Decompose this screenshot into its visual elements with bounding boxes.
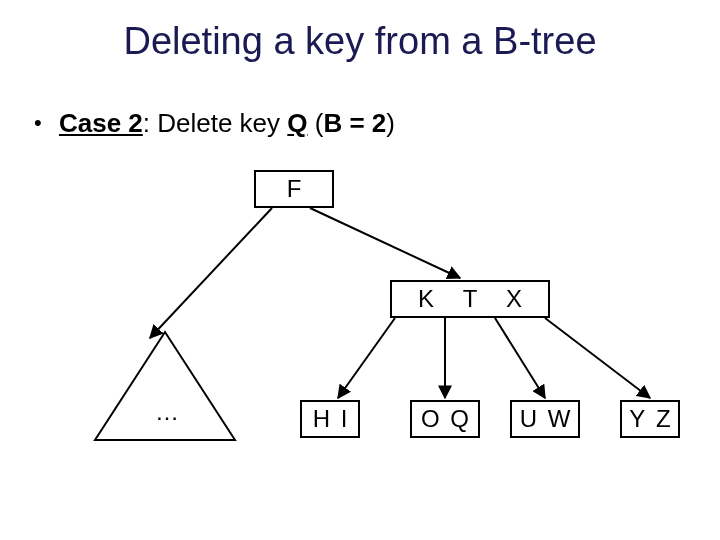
node-root: F bbox=[254, 170, 334, 208]
edge-root-ktx bbox=[310, 208, 460, 278]
leaf-hi: H I bbox=[300, 400, 360, 438]
btree-diagram: F K T X … H I O Q U W Y Z bbox=[0, 0, 720, 540]
left-subtree-ellipsis: … bbox=[155, 398, 179, 426]
key-Y: Y bbox=[627, 402, 647, 436]
edge-ktx-yz bbox=[545, 318, 650, 398]
key-Z: Z bbox=[654, 402, 673, 436]
key-Q: Q bbox=[448, 402, 471, 436]
key-W: W bbox=[546, 402, 573, 436]
leaf-yz: Y Z bbox=[620, 400, 680, 438]
key-F: F bbox=[285, 172, 304, 206]
key-I: I bbox=[339, 402, 350, 436]
edges-svg bbox=[0, 0, 720, 540]
key-H: H bbox=[311, 402, 332, 436]
key-X: X bbox=[504, 282, 524, 316]
key-K: K bbox=[416, 282, 436, 316]
key-U: U bbox=[518, 402, 539, 436]
edge-root-left bbox=[150, 208, 272, 338]
leaf-uw: U W bbox=[510, 400, 580, 438]
key-O: O bbox=[419, 402, 442, 436]
edge-ktx-uw bbox=[495, 318, 545, 398]
node-ktx: K T X bbox=[390, 280, 550, 318]
key-T: T bbox=[461, 282, 480, 316]
edge-ktx-hi bbox=[338, 318, 395, 398]
leaf-oq: O Q bbox=[410, 400, 480, 438]
